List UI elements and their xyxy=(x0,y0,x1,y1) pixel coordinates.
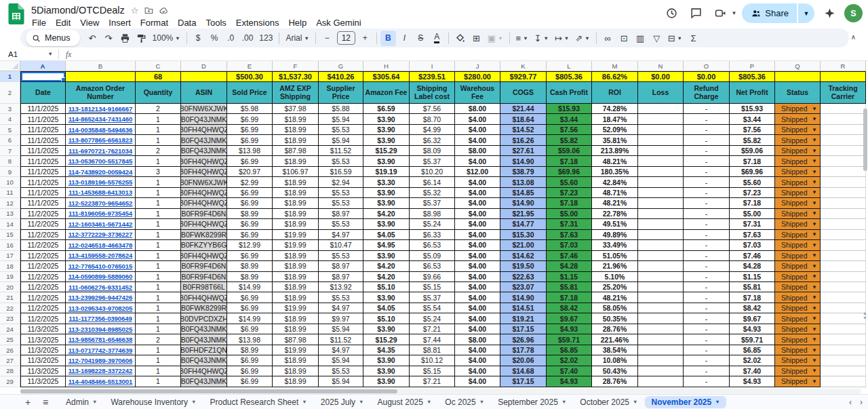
row-header-24[interactable]: 24 xyxy=(0,324,20,334)
order-link[interactable]: 114-8652434-7431460 xyxy=(66,114,136,124)
cell-K14[interactable]: $14.77 xyxy=(500,219,547,229)
cell-R16[interactable] xyxy=(821,240,866,250)
cell-A20[interactable]: 11/2/2025 xyxy=(20,282,66,292)
cell-J3[interactable]: $8.00 xyxy=(455,104,500,114)
cell-A13[interactable]: 11/2/2025 xyxy=(20,209,66,219)
cell-P5[interactable]: $7.56 xyxy=(730,125,775,135)
cell-N20[interactable] xyxy=(638,282,684,292)
cell-I10[interactable]: $6.14 xyxy=(410,177,455,187)
cell-E20[interactable]: $14.99 xyxy=(227,282,273,292)
cell-P16[interactable]: $7.03 xyxy=(730,240,775,250)
cell-J7[interactable]: $8.00 xyxy=(455,146,500,156)
cell-P10[interactable]: $5.60 xyxy=(730,177,775,187)
cell-H20[interactable]: $5.10 xyxy=(363,282,410,292)
cell-G5[interactable]: $5.53 xyxy=(319,125,363,135)
order-link[interactable]: 111-0606276-9331452 xyxy=(66,282,136,292)
cell-C23[interactable]: 1 xyxy=(136,313,181,324)
cell-E28[interactable]: $6.99 xyxy=(227,366,273,376)
cell-C9[interactable]: 3 xyxy=(136,167,181,177)
column-header-P[interactable]: P xyxy=(730,61,775,71)
cell-G3[interactable]: $5.88 xyxy=(319,104,363,114)
cell-D29[interactable]: B0FQ43JNMK xyxy=(181,376,227,387)
cell-M23[interactable]: 50.35% xyxy=(592,313,638,324)
cell-L29[interactable]: $4.93 xyxy=(547,376,592,387)
cell-N2[interactable]: Loss xyxy=(638,82,684,104)
cell-O1[interactable]: $0.00 xyxy=(684,71,730,82)
cell-H10[interactable]: $3.30 xyxy=(363,177,410,187)
column-header-H[interactable]: H xyxy=(363,61,410,71)
cell-L19[interactable]: $1.15 xyxy=(547,272,592,282)
cell-C27[interactable]: 1 xyxy=(136,355,181,366)
cell-R15[interactable] xyxy=(821,230,866,240)
cell-O28[interactable]: - xyxy=(684,366,730,376)
cell-J8[interactable]: $4.00 xyxy=(455,156,500,166)
cell-F9[interactable]: $106.97 xyxy=(273,167,319,177)
cell-L9[interactable]: $69.96 xyxy=(547,167,592,177)
redo-button[interactable]: ↷ xyxy=(101,31,117,46)
cell-K19[interactable]: $22.63 xyxy=(500,272,547,282)
cell-D1[interactable] xyxy=(181,71,227,82)
cell-F7[interactable]: $87.98 xyxy=(273,146,319,156)
cell-G22[interactable]: $4.97 xyxy=(319,303,363,313)
cell-O20[interactable]: - xyxy=(684,282,730,292)
horizontal-align-button[interactable]: ≡▼ xyxy=(513,31,531,46)
cell-G4[interactable]: $5.94 xyxy=(319,114,363,124)
cell-M20[interactable]: 25.20% xyxy=(592,282,638,292)
status-dropdown[interactable]: Shipped▼ xyxy=(775,303,821,313)
cell-J20[interactable]: $4.00 xyxy=(455,282,500,292)
row-header-20[interactable]: 20 xyxy=(0,282,20,292)
row-header-29[interactable]: 29 xyxy=(0,376,20,387)
cell-H5[interactable]: $3.90 xyxy=(363,125,410,135)
cell-H29[interactable]: $3.90 xyxy=(363,376,410,387)
column-header-N[interactable]: N xyxy=(638,61,684,71)
order-link[interactable]: 114-7438920-0059424 xyxy=(66,167,136,177)
cell-G27[interactable]: $5.94 xyxy=(319,355,363,366)
cell-I4[interactable]: $8.70 xyxy=(410,114,455,124)
cell-E2[interactable]: Sold Price xyxy=(227,82,273,104)
cell-K5[interactable]: $14.52 xyxy=(500,125,547,135)
cell-M19[interactable]: 5.10% xyxy=(592,272,638,282)
cell-M1[interactable]: 86.62% xyxy=(592,71,638,82)
status-dropdown[interactable]: Shipped▼ xyxy=(775,198,821,208)
cell-F5[interactable]: $18.99 xyxy=(273,125,319,135)
cell-D19[interactable]: B0FR9F4D6N xyxy=(181,272,227,282)
cell-J27[interactable]: $4.00 xyxy=(455,355,500,366)
cell-G29[interactable]: $5.94 xyxy=(319,376,363,387)
zoom-select[interactable]: 100%▼ xyxy=(150,31,183,46)
cell-H3[interactable]: $6.59 xyxy=(363,104,410,114)
cell-N27[interactable] xyxy=(638,355,684,366)
cell-H24[interactable]: $3.90 xyxy=(363,324,410,334)
status-dropdown[interactable]: Shipped▼ xyxy=(775,209,821,219)
cell-N14[interactable] xyxy=(638,219,684,229)
cell-E1[interactable]: $500.30 xyxy=(227,71,273,82)
cell-P11[interactable]: $7.23 xyxy=(730,188,775,198)
share-button[interactable]: Share ▼ xyxy=(742,3,814,23)
cell-A29[interactable]: 11/3/2025 xyxy=(20,376,66,387)
cell-L10[interactable]: $5.60 xyxy=(547,177,592,187)
menu-extensions[interactable]: Extensions xyxy=(231,17,284,28)
cell-E27[interactable]: $6.99 xyxy=(227,355,273,366)
cell-J24[interactable]: $4.00 xyxy=(455,324,500,334)
cell-N23[interactable] xyxy=(638,313,684,324)
cell-J22[interactable]: $4.00 xyxy=(455,303,500,313)
cell-M24[interactable]: 28.76% xyxy=(592,324,638,334)
cell-F25[interactable]: $87.98 xyxy=(273,334,319,345)
cell-K9[interactable]: $38.79 xyxy=(500,167,547,177)
cell-A4[interactable]: 11/1/2025 xyxy=(20,114,66,124)
cell-F28[interactable]: $18.99 xyxy=(273,366,319,376)
row-header-19[interactable]: 19 xyxy=(0,272,20,282)
cell-C3[interactable]: 2 xyxy=(136,104,181,114)
cell-M26[interactable]: 38.54% xyxy=(592,345,638,355)
column-header-L[interactable]: L xyxy=(547,61,592,71)
row-header-2[interactable]: 2 xyxy=(0,82,20,104)
cell-P25[interactable]: $59.71 xyxy=(730,334,775,345)
cell-F17[interactable]: $18.99 xyxy=(273,251,319,261)
order-link[interactable]: 112-3772229-3736227 xyxy=(66,230,136,240)
cell-P24[interactable]: $4.93 xyxy=(730,324,775,334)
font-family-select[interactable]: Arial▼ xyxy=(283,31,311,46)
cell-L14[interactable]: $7.31 xyxy=(547,219,592,229)
cell-E15[interactable]: $6.99 xyxy=(227,230,273,240)
cell-I20[interactable]: $5.15 xyxy=(410,282,455,292)
cell-P1[interactable]: $805.36 xyxy=(730,71,775,82)
cell-C22[interactable]: 1 xyxy=(136,303,181,313)
